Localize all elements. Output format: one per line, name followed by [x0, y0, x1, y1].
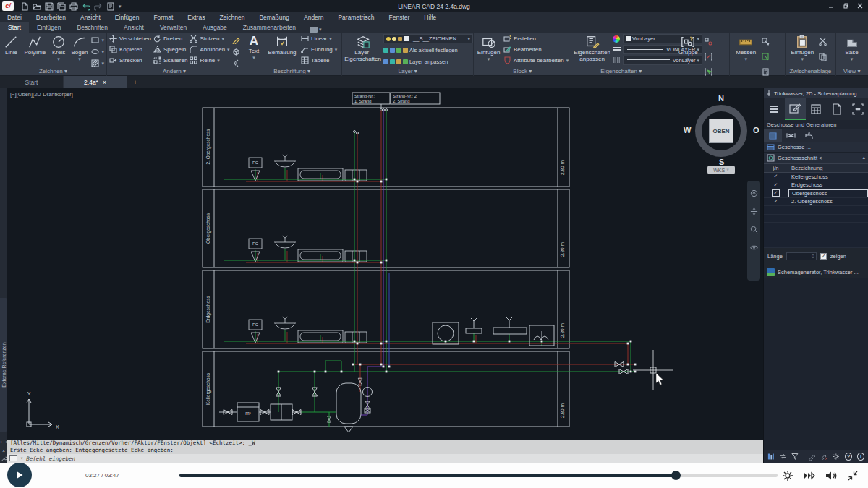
- cut-icon[interactable]: [819, 35, 827, 48]
- verschieben-button[interactable]: Verschieben: [109, 34, 151, 43]
- ribbon-tab-start[interactable]: Start: [0, 22, 29, 33]
- empty-table-row[interactable]: [764, 206, 868, 215]
- drehen-button[interactable]: Drehen: [153, 34, 187, 43]
- ribbon-tab-einfuegen[interactable]: Einfügen: [29, 22, 69, 33]
- play-button[interactable]: [7, 463, 32, 487]
- zwischenablage-group-label[interactable]: Zwischenablage: [788, 68, 833, 76]
- explode-button[interactable]: [232, 47, 240, 56]
- quick-select-icon[interactable]: [762, 51, 770, 64]
- menu-parametrisch[interactable]: Parametrisch: [331, 14, 381, 21]
- volume-button[interactable]: [825, 469, 838, 482]
- block-erstellen-button[interactable]: Erstellen: [503, 34, 569, 43]
- table-row-2-obergeschoss[interactable]: ✓ 2. Obergeschoss: [764, 198, 868, 207]
- info-icon[interactable]: i: [857, 453, 864, 461]
- view-group-label[interactable]: View ▾: [838, 68, 866, 76]
- menu-datei[interactable]: Datei: [0, 14, 29, 21]
- zoom-icon[interactable]: [750, 226, 758, 234]
- laenge-input[interactable]: [786, 252, 817, 260]
- settings-gear-icon[interactable]: [833, 453, 840, 461]
- layer-eigenschaften-button[interactable]: Layer- Eigenschaften: [344, 34, 381, 62]
- geschossschnitt-row[interactable]: Geschossschnitt < ▴: [764, 153, 868, 163]
- bemassung-button[interactable]: Bemaßung: [265, 34, 299, 56]
- spiegeln-button[interactable]: Spiegeln: [153, 45, 187, 54]
- als-aktuell-festlegen-button[interactable]: Als aktuell festlegen: [383, 45, 473, 55]
- skalieren-button[interactable]: Skalieren: [153, 56, 187, 65]
- navigation-bar[interactable]: [747, 181, 760, 281]
- orbit-icon[interactable]: [750, 244, 758, 252]
- collapse-icon[interactable]: ▴: [862, 155, 865, 160]
- eigenschaften-anpassen-button[interactable]: Eigenschaften anpassen: [574, 34, 610, 62]
- lineweight-icon[interactable]: [613, 54, 621, 67]
- view-cube-top-face[interactable]: OBEN: [709, 119, 733, 143]
- pin-icon[interactable]: [766, 90, 772, 96]
- filter-icon[interactable]: [791, 453, 799, 461]
- doc-tab-close-icon[interactable]: ×: [103, 79, 106, 86]
- paste-button[interactable]: Einfügen▾: [788, 34, 817, 62]
- workspace-image-icon[interactable]: ▾: [310, 27, 322, 33]
- panel-tab-calc[interactable]: [806, 98, 827, 120]
- zeigen-checkbox[interactable]: ✓: [820, 253, 827, 260]
- empty-table-row[interactable]: [764, 231, 868, 240]
- doc-tab-active[interactable]: 2.4a* ×: [64, 76, 127, 88]
- new-doc-tab-button[interactable]: +: [127, 76, 143, 88]
- check-icon[interactable]: ✓: [774, 174, 778, 179]
- minimize-button[interactable]: [825, 0, 838, 11]
- columns-chart-icon[interactable]: [767, 453, 775, 461]
- bogen-button[interactable]: Bogen▾: [70, 34, 90, 62]
- progress-knob[interactable]: [671, 471, 681, 480]
- group-edit-icon[interactable]: [705, 51, 712, 64]
- wrench-icon[interactable]: [1, 455, 7, 461]
- block-bearbeiten-button[interactable]: Bearbeiten: [503, 45, 569, 54]
- xref-palette-tab[interactable]: Externe Referenzen: [0, 298, 7, 432]
- abrunden-button[interactable]: Abrunden▾: [190, 45, 229, 54]
- panel-title-bar[interactable]: Trinkwasser, 2D - Schemaplanung: [764, 88, 868, 98]
- ribbon-tab-beschriften[interactable]: Beschriften: [69, 22, 116, 33]
- restore-button[interactable]: [839, 0, 852, 11]
- close-button[interactable]: [854, 0, 867, 11]
- zeichnen-group-label[interactable]: Zeichnen ▾: [2, 68, 104, 76]
- menu-hilfe[interactable]: Hilfe: [417, 14, 443, 21]
- wks-menu[interactable]: WKS▾: [707, 166, 735, 174]
- panel-tab-doc[interactable]: [826, 98, 847, 120]
- menu-fenster[interactable]: Fenster: [381, 14, 417, 21]
- check-icon[interactable]: ✓: [772, 189, 780, 197]
- subtab-armaturen[interactable]: [782, 129, 800, 142]
- empty-table-row[interactable]: [764, 239, 868, 248]
- panel-tab-edit[interactable]: [785, 98, 806, 120]
- offset-button[interactable]: [232, 59, 240, 68]
- menu-bemassung[interactable]: Bemaßung: [252, 14, 297, 21]
- close-command-icon[interactable]: ×: [2, 448, 5, 453]
- menu-format[interactable]: Format: [146, 14, 180, 21]
- gruppe-button[interactable]: Gruppe▾: [673, 34, 702, 62]
- ribbon-tab-ausgabe[interactable]: Ausgabe: [195, 22, 235, 33]
- hatch-tool-button[interactable]: ▾: [91, 59, 104, 68]
- panel-tab-menu[interactable]: [764, 98, 785, 120]
- polylinie-button[interactable]: Polylinie: [22, 34, 48, 56]
- viewport-controls-label[interactable]: [−][Oben][2D-Drahtkörper]: [10, 91, 73, 98]
- base-button[interactable]: Base▾: [838, 34, 866, 62]
- empty-table-row[interactable]: [764, 215, 868, 223]
- help-icon[interactable]: ?: [845, 453, 852, 461]
- erase-button[interactable]: [232, 35, 240, 45]
- text-button[interactable]: A Text▾: [244, 34, 263, 61]
- kreis-button[interactable]: Kreis▾: [50, 34, 68, 62]
- menu-ansicht[interactable]: Ansicht: [73, 14, 108, 21]
- rectangle-tool-button[interactable]: ▾: [91, 35, 104, 45]
- ungroup-icon[interactable]: [705, 35, 712, 48]
- ucs-icon[interactable]: [27, 399, 52, 427]
- messen-button[interactable]: Messen▾: [732, 34, 760, 62]
- reihe-button[interactable]: Reihe▾: [190, 56, 229, 65]
- collapse-player-button[interactable]: [846, 469, 859, 482]
- attribute-bearbeiten-button[interactable]: Attribute bearbeiten▾: [503, 56, 569, 65]
- color-wheel-icon[interactable]: [613, 35, 620, 43]
- linie-button[interactable]: Linie: [2, 34, 20, 56]
- ellipse-tool-button[interactable]: ▾: [91, 47, 104, 56]
- tabelle-button[interactable]: Tabelle: [301, 56, 337, 65]
- menu-extras[interactable]: Extras: [180, 14, 212, 21]
- command-options-icon[interactable]: [9, 455, 17, 461]
- menu-einfuegen[interactable]: Einfügen: [108, 14, 147, 21]
- id-point-icon[interactable]: [762, 35, 770, 48]
- menu-aendern[interactable]: Ändern: [297, 14, 331, 21]
- ribbon-tab-zusammenarbeiten[interactable]: Zusammenarbeiten: [235, 22, 304, 33]
- compass-east[interactable]: O: [753, 126, 760, 134]
